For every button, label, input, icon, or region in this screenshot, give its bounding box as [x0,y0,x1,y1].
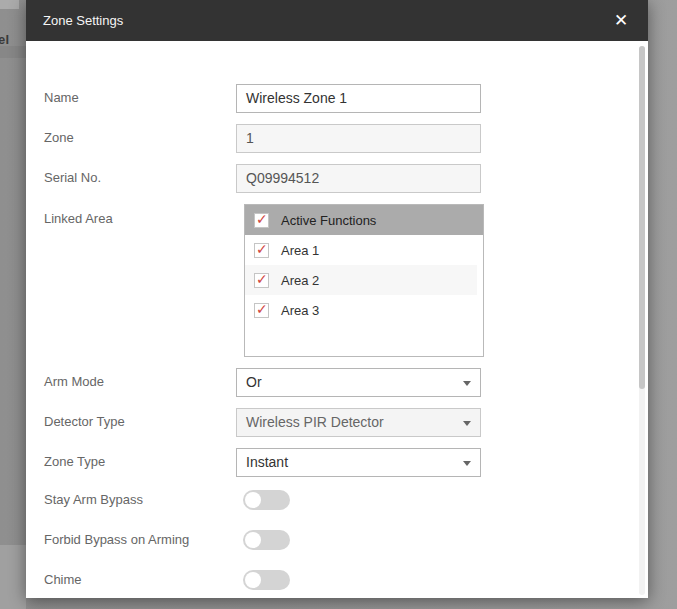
toggle-knob [245,572,261,588]
active-functions-label: Active Functions [281,213,376,228]
linked-area-list: ✓ Active Functions ✓ Area 1 ✓ Area 2 ✓ A… [244,204,484,357]
forbid-bypass-on-arming-toggle[interactable] [243,530,290,550]
zone-settings-dialog: Zone Settings ✕ Name Wireless Zone 1 Zon… [26,0,648,598]
scrollbar-thumb[interactable] [639,46,645,389]
forbid-bypass-on-arming-label: Forbid Bypass on Arming [44,531,189,549]
checkmark-icon: ✓ [256,270,268,288]
name-input[interactable]: Wireless Zone 1 [236,84,481,113]
linked-area-list-header[interactable]: ✓ Active Functions [245,205,483,235]
list-item-area-1[interactable]: ✓ Area 1 [245,235,477,265]
arm-mode-label: Arm Mode [44,373,104,391]
chevron-down-icon [463,381,471,386]
arm-mode-value: Or [246,374,262,390]
chevron-down-icon [463,461,471,466]
chime-toggle[interactable] [243,570,290,590]
zone-type-value: Instant [246,454,288,470]
name-label: Name [44,89,79,107]
close-icon[interactable]: ✕ [609,9,633,33]
dialog-header: Zone Settings ✕ [26,0,648,41]
area-1-label: Area 1 [281,243,319,258]
chevron-down-icon [463,421,471,426]
detector-type-select: Wireless PIR Detector [236,408,481,437]
list-item-area-2[interactable]: ✓ Area 2 [245,265,477,295]
toggle-knob [245,532,261,548]
arm-mode-select[interactable]: Or [236,368,481,397]
dialog-title: Zone Settings [26,13,123,28]
serial-no-label: Serial No. [44,169,101,187]
stay-arm-bypass-label: Stay Arm Bypass [44,491,143,509]
checkmark-icon: ✓ [256,300,268,318]
background-clipped-label: el [0,32,9,47]
chime-label: Chime [44,571,82,589]
background-toolbar-fragment [0,0,19,9]
list-item-area-3[interactable]: ✓ Area 3 [245,295,477,325]
active-functions-checkbox[interactable]: ✓ [254,213,269,228]
background-row-fragment-2 [0,545,26,609]
dialog-body: Name Wireless Zone 1 Zone 1 Serial No. Q… [26,41,648,598]
stay-arm-bypass-toggle[interactable] [243,490,290,510]
linked-area-label: Linked Area [44,210,113,228]
checkmark-icon: ✓ [256,210,268,228]
zone-label: Zone [44,129,74,147]
area-2-checkbox[interactable]: ✓ [254,273,269,288]
detector-type-label: Detector Type [44,413,125,431]
zone-type-label: Zone Type [44,453,105,471]
detector-type-value: Wireless PIR Detector [246,414,384,430]
area-1-checkbox[interactable]: ✓ [254,243,269,258]
serial-no-input: Q09994512 [236,164,481,193]
area-3-label: Area 3 [281,303,319,318]
checkmark-icon: ✓ [256,240,268,258]
zone-input: 1 [236,124,481,153]
area-3-checkbox[interactable]: ✓ [254,303,269,318]
toggle-knob [245,492,261,508]
area-2-label: Area 2 [281,273,319,288]
zone-type-select[interactable]: Instant [236,448,481,477]
background-row-fragment [0,46,26,58]
